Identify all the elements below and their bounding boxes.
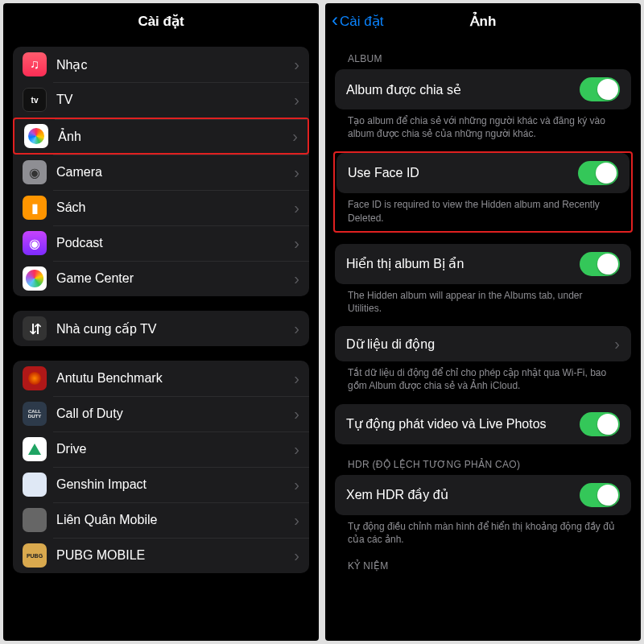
chevron-right-icon: ›: [294, 440, 299, 459]
row-label: Use Face ID: [348, 166, 578, 180]
podcast-icon: ◉: [23, 231, 47, 255]
row-hdr[interactable]: Xem HDR đầy đủ: [335, 475, 631, 515]
row-antutu[interactable]: Antutu Benchmark ›: [13, 361, 309, 396]
row-label: Antutu Benchmark: [56, 371, 289, 386]
nav-bar: Cài đặt: [3, 3, 319, 39]
chevron-right-icon: ›: [294, 369, 299, 388]
chevron-right-icon: ›: [294, 511, 299, 530]
row-label: TV: [56, 93, 289, 107]
row-camera[interactable]: ◉ Camera ›: [13, 155, 309, 190]
nav-title: Cài đặt: [138, 13, 184, 30]
section-header-hdr: HDR (ĐỘ LỆCH TƯƠNG PHẢN CAO): [348, 459, 618, 470]
row-autoplay[interactable]: Tự động phát video và Live Photos: [335, 404, 631, 444]
toggle-autoplay[interactable]: [580, 412, 620, 436]
chevron-right-icon: ›: [294, 405, 299, 423]
footnote-faceid: Face ID is required to view the Hidden a…: [348, 198, 618, 224]
chevron-right-icon: ›: [294, 234, 299, 253]
row-label: Album được chia sẻ: [346, 82, 580, 97]
row-cod[interactable]: CALLDUTY Call of Duty ›: [13, 396, 309, 431]
books-icon: ▮: [23, 196, 47, 220]
row-use-faceid[interactable]: Use Face ID: [336, 153, 630, 193]
row-books[interactable]: ▮ Sách ›: [13, 190, 309, 225]
row-genshin[interactable]: Genshin Impact ›: [13, 467, 309, 502]
row-label: Ảnh: [58, 129, 287, 144]
antutu-icon: [23, 366, 47, 390]
tv-provider-icon: ⇆: [23, 316, 47, 341]
row-lienquan[interactable]: Liên Quân Mobile ›: [13, 502, 309, 538]
third-party-apps-list: Antutu Benchmark › CALLDUTY Call of Duty…: [13, 361, 309, 573]
row-tv[interactable]: tv TV ›: [13, 82, 309, 118]
lienquan-icon: [23, 508, 47, 532]
row-pubg[interactable]: PUBG PUBG MOBILE ›: [13, 538, 309, 573]
chevron-right-icon: ›: [294, 163, 299, 182]
chevron-right-icon: ›: [294, 547, 299, 565]
section-header-album: ALBUM: [348, 53, 618, 64]
row-label: Camera: [56, 165, 289, 180]
footnote-hdr: Tự động điều chỉnh màn hình để hiển thị …: [348, 520, 618, 546]
chevron-right-icon: ›: [614, 335, 620, 353]
pubg-icon: PUBG: [23, 543, 47, 568]
row-label: Call of Duty: [56, 407, 289, 421]
photos-icon: [24, 124, 48, 148]
toggle-shared-album[interactable]: [580, 77, 620, 101]
row-tv-provider[interactable]: ⇆ Nhà cung cấp TV ›: [13, 311, 309, 346]
chevron-left-icon: ‹: [332, 10, 338, 30]
row-hidden-album[interactable]: Hiển thị album Bị ẩn: [335, 244, 631, 284]
chevron-right-icon: ›: [294, 199, 299, 217]
section-header-memories: KỶ NIỆM: [348, 560, 618, 572]
row-drive[interactable]: Drive ›: [13, 431, 309, 467]
camera-icon: ◉: [23, 160, 47, 184]
chevron-right-icon: ›: [294, 270, 299, 288]
right-content: ALBUM Album được chia sẻ Tạo album để ch…: [325, 39, 641, 641]
row-label: Podcast: [56, 236, 289, 250]
apple-apps-list: ♫ Nhạc › tv TV › Ảnh › ◉ Camera ›: [13, 47, 309, 296]
left-phone-settings: Cài đặt ♫ Nhạc › tv TV › Ảnh ›: [3, 3, 319, 641]
row-gamecenter[interactable]: Game Center ›: [13, 261, 309, 296]
footnote-shared-album: Tạo album để chia sẻ với những người khá…: [348, 114, 618, 140]
nav-title: Ảnh: [470, 13, 497, 30]
nav-bar: ‹ Cài đặt Ảnh: [325, 3, 641, 39]
left-content: ♫ Nhạc › tv TV › Ảnh › ◉ Camera ›: [3, 39, 319, 641]
row-label: Nhà cung cấp TV: [56, 321, 289, 336]
row-label: Liên Quân Mobile: [56, 513, 289, 527]
gamecenter-icon: [23, 266, 47, 291]
row-label: Game Center: [56, 271, 289, 286]
drive-icon: [23, 437, 47, 461]
tv-provider-list: ⇆ Nhà cung cấp TV ›: [13, 311, 309, 346]
row-label: Drive: [56, 442, 289, 456]
row-shared-album[interactable]: Album được chia sẻ: [335, 69, 631, 109]
chevron-right-icon: ›: [294, 91, 299, 109]
back-label: Cài đặt: [340, 13, 383, 30]
row-photos[interactable]: Ảnh ›: [13, 118, 309, 155]
chevron-right-icon: ›: [294, 476, 299, 494]
back-button[interactable]: ‹ Cài đặt: [332, 3, 383, 39]
tv-icon: tv: [23, 88, 47, 112]
row-label: Xem HDR đầy đủ: [346, 487, 580, 502]
row-podcast[interactable]: ◉ Podcast ›: [13, 225, 309, 261]
toggle-hdr[interactable]: [580, 483, 620, 507]
right-phone-photos-settings: ‹ Cài đặt Ảnh ALBUM Album được chia sẻ T…: [325, 3, 641, 641]
row-label: Genshin Impact: [56, 477, 289, 492]
row-music[interactable]: ♫ Nhạc ›: [13, 47, 309, 82]
row-cellular-data[interactable]: Dữ liệu di động ›: [335, 326, 631, 361]
row-label: Hiển thị album Bị ẩn: [346, 256, 580, 271]
row-label: Nhạc: [56, 57, 289, 72]
chevron-right-icon: ›: [294, 320, 299, 338]
faceid-highlight: Use Face ID Face ID is required to view …: [333, 151, 633, 232]
cod-icon: CALLDUTY: [23, 402, 47, 426]
row-label: Dữ liệu di động: [346, 336, 609, 352]
footnote-cellular: Tắt dữ liệu di động để chỉ cho phép cập …: [348, 366, 618, 392]
chevron-right-icon: ›: [292, 127, 298, 146]
chevron-right-icon: ›: [294, 56, 299, 74]
row-label: Tự động phát video và Live Photos: [346, 416, 580, 431]
toggle-hidden-album[interactable]: [580, 252, 620, 276]
row-label: PUBG MOBILE: [56, 548, 289, 563]
footnote-hidden-album: The Hidden album will appear in the Albu…: [348, 289, 618, 315]
row-label: Sách: [56, 200, 289, 215]
genshin-icon: [23, 473, 47, 497]
toggle-faceid[interactable]: [578, 161, 618, 185]
music-icon: ♫: [23, 52, 47, 76]
